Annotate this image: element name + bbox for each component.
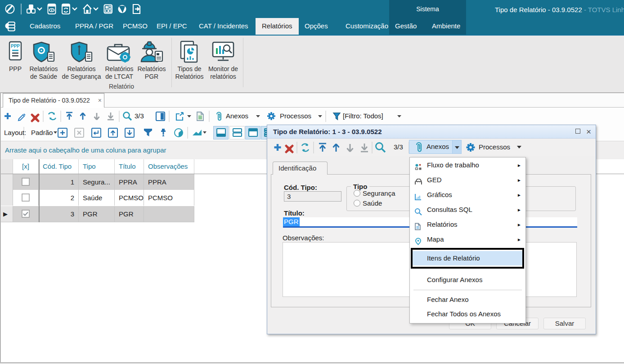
svg-text:PPP: PPP bbox=[11, 44, 20, 49]
